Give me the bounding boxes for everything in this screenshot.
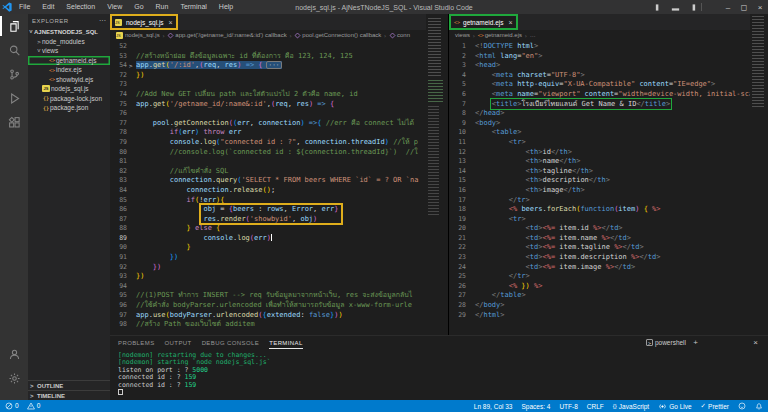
layout-panel-icon[interactable]	[667, 0, 683, 14]
breadcrumb-item[interactable]: pool.getConnection() callback	[294, 32, 381, 39]
sidebar-item-getnameid-ejs[interactable]: <>getnameid.ejs	[28, 56, 110, 66]
sidebar-item-package-json[interactable]: {}package.json	[28, 103, 110, 113]
menu-view[interactable]: View	[102, 0, 127, 14]
code-line: 87 res.render('showbyid', obj)	[110, 215, 448, 225]
menu-selection[interactable]: Selection	[61, 0, 100, 14]
layout-sidebar-icon[interactable]	[651, 0, 667, 14]
sidebar-item-package-lock-json[interactable]: {}package-lock.json	[28, 94, 110, 104]
breadcrumb-item[interactable]: conn	[389, 32, 410, 39]
settings-gear-icon[interactable]	[0, 366, 28, 390]
status-warnings[interactable]: 0	[27, 402, 41, 410]
file-label: index.ejs	[56, 66, 82, 73]
menu-run[interactable]: Run	[151, 0, 174, 14]
maximize-button[interactable]: ◻	[736, 0, 752, 14]
new-terminal-button[interactable]: +	[691, 337, 700, 348]
status-feedback[interactable]	[738, 402, 746, 410]
code-line: 74//Add New GET เปลี่ยน path และใส่ตัวแป…	[110, 90, 448, 100]
status-eol[interactable]: CRLF	[587, 403, 604, 410]
status-notifications[interactable]	[755, 402, 763, 410]
close-icon[interactable]: ×	[509, 19, 513, 26]
run-icon[interactable]	[401, 16, 411, 28]
breadcrumb-item[interactable]: JSnodejs_sql.js	[116, 32, 160, 39]
layout-secondary-icon[interactable]	[683, 0, 699, 14]
code-line: 19 <tr>	[449, 215, 768, 225]
folded-region-ellipsis[interactable]: ···	[266, 61, 283, 69]
status-indentation[interactable]: Spaces: 4	[521, 403, 550, 410]
source-control-icon[interactable]	[0, 62, 28, 86]
close-panel-button[interactable]: ×	[751, 337, 760, 348]
shell-dropdown-button[interactable]	[703, 337, 712, 348]
panel-tab-output[interactable]: OUTPUT	[165, 336, 192, 349]
run-debug-icon[interactable]	[0, 86, 28, 110]
kill-terminal-button[interactable]	[727, 337, 736, 348]
status-prettier[interactable]: ✓Prettier	[701, 402, 729, 410]
maximize-panel-button[interactable]	[739, 337, 748, 348]
breadcrumb-item[interactable]: …	[530, 32, 536, 38]
breadcrumb-left[interactable]: JSnodejs_sql.js›app.get('/getname_id/:na…	[110, 30, 448, 40]
terminal-output[interactable]: [nodemon] restarting due to changes...[n…	[118, 352, 768, 400]
sidebar-item-index-ejs[interactable]: <>index.ejs	[28, 65, 110, 75]
file-label: node_modules	[42, 38, 85, 45]
menu-go[interactable]: Go	[129, 0, 148, 14]
split-terminal-button[interactable]	[715, 337, 724, 348]
breadcrumb-item[interactable]: app.get('/getname_id/:name&:id') callbac…	[167, 32, 286, 39]
status-label: 0	[37, 402, 41, 409]
sidebar-item-node-modules[interactable]: >node_modules	[28, 37, 110, 47]
code-line: 9<body>	[449, 119, 768, 129]
close-button[interactable]: ×	[752, 0, 768, 14]
extensions-icon[interactable]	[0, 110, 28, 134]
status-cursor-position[interactable]: Ln 89, Col 33	[474, 403, 513, 410]
status-language-mode[interactable]: {}JavaScript	[613, 403, 649, 410]
breadcrumb-label: getnameid.ejs	[485, 32, 522, 38]
line-number: 25	[449, 272, 466, 282]
customize-layout-icon[interactable]	[704, 0, 720, 14]
sidebar-item-nodejs-sql-js[interactable]: JSnodejs_sql.js	[28, 84, 110, 94]
line-number: 15	[449, 176, 466, 186]
explorer-icon[interactable]	[0, 14, 28, 38]
sidebar-item-views[interactable]: >views	[28, 46, 110, 56]
line-number: 22	[449, 243, 466, 253]
line-number: 89	[110, 234, 127, 244]
line-number: 13	[449, 157, 466, 167]
fold-chevron-icon[interactable]: >	[129, 61, 133, 71]
explorer-root-folder[interactable]: > AJNESTNODEJS_SQL	[28, 27, 110, 37]
status-errors[interactable]: 0	[5, 402, 19, 410]
breadcrumb-right[interactable]: views›<>getnameid.ejs›…	[449, 30, 768, 40]
sidebar-section-outline[interactable]: >OUTLINE	[28, 380, 110, 390]
code-line: 12 <th>id</th>	[449, 148, 768, 158]
explorer-more-actions-icon[interactable]: ···	[99, 17, 106, 24]
tab-getnameid-ejs[interactable]: <>getnameid.ejs×	[449, 14, 518, 30]
code-editor-left[interactable]: 5253//สร้างหน้าย่อย ดึงข้อมูลเฉพาะ id ที…	[110, 40, 448, 335]
tab-nodejs-sql-js[interactable]: JSnodejs_sql.js×	[110, 14, 178, 30]
menu-file[interactable]: File	[14, 0, 35, 14]
minimap-left[interactable]	[426, 14, 448, 335]
terminal-line: [nodemon] starting `node nodejs_sql.js`	[118, 359, 768, 366]
minimize-button[interactable]: –	[720, 0, 736, 14]
breadcrumb-item[interactable]: <>getnameid.ejs	[478, 32, 522, 38]
status-encoding[interactable]: UTF-8	[559, 403, 577, 410]
status-go-live[interactable]: Go Live	[658, 402, 691, 411]
line-number: 1	[449, 42, 466, 52]
panel-tab-problems[interactable]: PROBLEMS	[118, 336, 155, 349]
minimap-right[interactable]	[750, 14, 768, 335]
account-icon[interactable]	[0, 342, 28, 366]
panel-tab-terminal[interactable]: TERMINAL	[269, 336, 303, 349]
shell-selector[interactable]: > powershell	[646, 339, 686, 346]
panel-tab-debug-console[interactable]: DEBUG CONSOLE	[202, 336, 260, 349]
workbench: EXPLORER ··· > AJNESTNODEJS_SQL >node_mo…	[0, 14, 768, 400]
code-line: 14 <th>tagline</th>	[449, 167, 768, 177]
breadcrumb-item[interactable]: views	[455, 32, 470, 38]
activity-bar	[0, 14, 28, 400]
code-text: }	[136, 243, 191, 251]
code-text: <table>	[475, 128, 521, 136]
sidebar-section-timeline[interactable]: >TIMELINE	[28, 390, 110, 400]
close-icon[interactable]: ×	[169, 19, 173, 26]
tab-label: nodejs_sql.js	[126, 19, 164, 26]
status-error-icon	[5, 402, 13, 410]
menu-edit[interactable]: Edit	[37, 0, 59, 14]
code-editor-right[interactable]: 1<!DOCTYPE html>2<html lang="en">3<head>…	[449, 40, 768, 335]
search-icon[interactable]	[0, 38, 28, 62]
menu-terminal[interactable]: Terminal	[175, 0, 211, 14]
sidebar-item-showbyid-ejs[interactable]: <>showbyid.ejs	[28, 75, 110, 85]
menu-help[interactable]: Help	[214, 0, 238, 14]
